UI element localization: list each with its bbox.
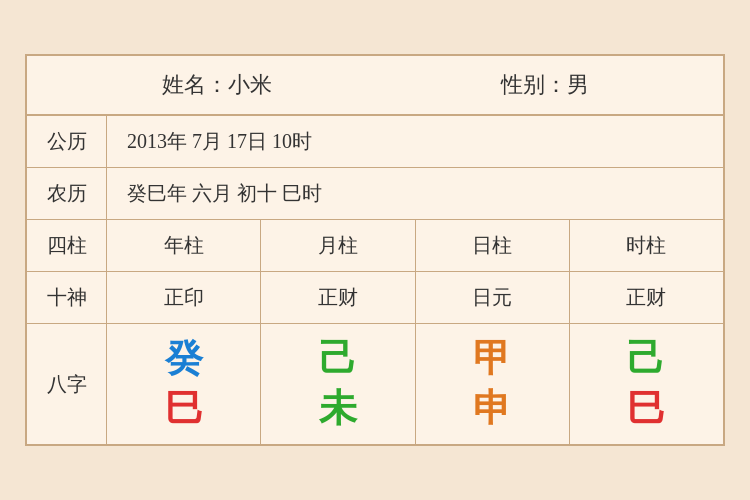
bazhi-nian-bottom: 巳 [165, 386, 203, 432]
shishen-row: 十神 正印 正财 日元 正财 [27, 272, 723, 324]
lunar-row: 农历 癸巳年 六月 初十 巳时 [27, 168, 723, 220]
bazhi-ri-top: 甲 [473, 336, 511, 382]
sizhu-label: 四柱 [27, 220, 107, 271]
gregorian-value: 2013年 7月 17日 10时 [107, 116, 723, 167]
shishen-label: 十神 [27, 272, 107, 323]
bazhi-row: 八字 癸 巳 己 未 甲 申 己 巳 [27, 324, 723, 443]
bazhi-shi-bottom: 巳 [627, 386, 665, 432]
gender-label: 性别：男 [501, 70, 589, 100]
bazhi-yue: 己 未 [261, 324, 415, 443]
bazhi-ri-bottom: 申 [473, 386, 511, 432]
shishen-ri: 日元 [416, 272, 570, 323]
shishen-nian: 正印 [107, 272, 261, 323]
gregorian-label: 公历 [27, 116, 107, 167]
gregorian-row: 公历 2013年 7月 17日 10时 [27, 116, 723, 168]
sizhu-row: 四柱 年柱 月柱 日柱 时柱 [27, 220, 723, 272]
sizhu-ri: 日柱 [416, 220, 570, 271]
bazhi-nian-top: 癸 [165, 336, 203, 382]
bazhi-shi-top: 己 [627, 336, 665, 382]
header-row: 姓名：小米 性别：男 [27, 56, 723, 116]
lunar-label: 农历 [27, 168, 107, 219]
shishen-yue: 正财 [261, 272, 415, 323]
sizhu-shi: 时柱 [570, 220, 723, 271]
bazhi-yue-top: 己 [319, 336, 357, 382]
lunar-value: 癸巳年 六月 初十 巳时 [107, 168, 723, 219]
bazhi-nian: 癸 巳 [107, 324, 261, 443]
shishen-shi: 正财 [570, 272, 723, 323]
bazhi-ri: 甲 申 [416, 324, 570, 443]
bazhi-yue-bottom: 未 [319, 386, 357, 432]
sizhu-nian: 年柱 [107, 220, 261, 271]
main-container: 姓名：小米 性别：男 公历 2013年 7月 17日 10时 农历 癸巳年 六月… [25, 54, 725, 445]
bazhi-label: 八字 [27, 324, 107, 443]
bazhi-shi: 己 巳 [570, 324, 723, 443]
sizhu-yue: 月柱 [261, 220, 415, 271]
name-label: 姓名：小米 [162, 70, 272, 100]
